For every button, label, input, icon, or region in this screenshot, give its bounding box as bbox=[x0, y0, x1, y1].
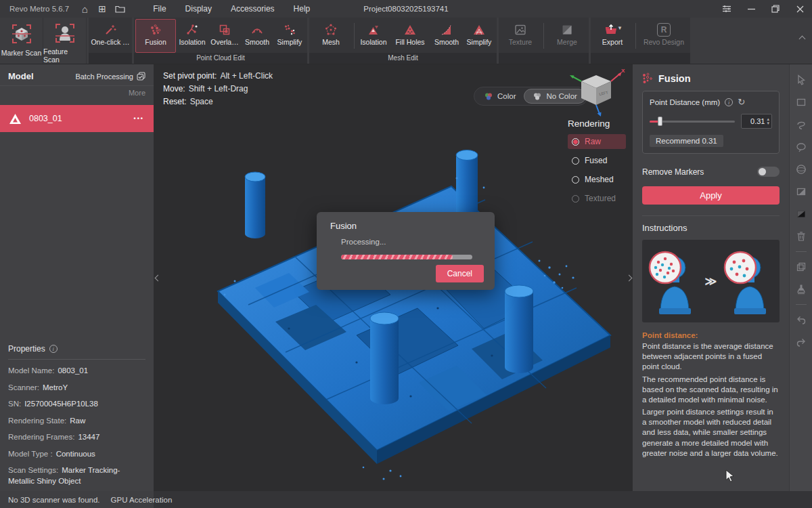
menubar: File Display Accessories Help bbox=[143, 0, 319, 18]
model-panel-title: Model bbox=[8, 71, 34, 81]
feature-scan-button[interactable]: Feature Scan bbox=[43, 18, 87, 64]
selection-tools-strip bbox=[789, 64, 812, 491]
apply-button[interactable]: Apply bbox=[642, 186, 780, 205]
open-folder-icon[interactable] bbox=[111, 1, 129, 16]
fill-holes-icon bbox=[403, 23, 417, 37]
menu-display[interactable]: Display bbox=[176, 0, 221, 18]
feature-scan-label: Feature Scan bbox=[43, 47, 86, 64]
rendering-option-fused[interactable]: Fused bbox=[568, 153, 626, 168]
sphere-select-icon[interactable] bbox=[792, 161, 810, 178]
export-group: ▾ Export R Revo Design bbox=[591, 18, 690, 64]
hint-reset: Reset:Space bbox=[163, 96, 273, 108]
revo-design-logo-icon: R bbox=[657, 23, 671, 37]
new-project-icon[interactable]: ⊞ bbox=[93, 1, 111, 16]
fill-holes-button[interactable]: Fill Holes bbox=[390, 19, 430, 53]
mesh-simplify-button[interactable]: Simplify bbox=[463, 19, 495, 53]
rect-select-icon[interactable] bbox=[792, 93, 810, 111]
view-options-icon[interactable] bbox=[715, 0, 739, 18]
prop-model-name: Model Name:0803_01 bbox=[8, 366, 145, 377]
chevron-up-icon bbox=[799, 36, 806, 43]
mesh-edit-label: Mesh Edit bbox=[309, 53, 497, 64]
redo-icon[interactable] bbox=[792, 333, 810, 351]
value-stepper[interactable]: ▴ ▾ bbox=[767, 117, 769, 125]
properties-section: Properties i Model Name:0803_01 Scanner:… bbox=[8, 344, 145, 503]
home-icon[interactable]: ⌂ bbox=[76, 1, 93, 16]
pointer-select-icon[interactable] bbox=[792, 71, 810, 89]
mesh-edit-group: Mesh Isolation Fill Holes bbox=[309, 18, 497, 64]
magic-wand-icon bbox=[104, 23, 117, 37]
project-title: Project08032025193741 bbox=[363, 5, 448, 13]
toolbar-collapse-button[interactable] bbox=[800, 37, 807, 43]
right-panel-collapse-handle[interactable] bbox=[625, 268, 633, 287]
menu-file[interactable]: File bbox=[143, 0, 175, 18]
menu-help[interactable]: Help bbox=[284, 0, 320, 18]
mesh-button[interactable]: Mesh bbox=[311, 19, 351, 53]
export-button[interactable]: ▾ Export bbox=[592, 19, 633, 53]
step-down-icon[interactable]: ▾ bbox=[767, 121, 769, 125]
lasso-select-icon[interactable] bbox=[792, 116, 810, 133]
ellipse-select-icon[interactable] bbox=[792, 138, 810, 156]
rendering-option-meshed[interactable]: Meshed bbox=[568, 172, 626, 187]
slider-thumb[interactable] bbox=[658, 117, 662, 126]
bust-after-image bbox=[722, 246, 775, 316]
point-distance-input[interactable]: 0.31 ▴ ▾ bbox=[741, 114, 772, 129]
reset-value-icon[interactable]: ↻ bbox=[738, 98, 745, 106]
minimize-button[interactable] bbox=[739, 0, 763, 18]
menu-accessories[interactable]: Accessories bbox=[221, 0, 284, 18]
undo-icon[interactable] bbox=[792, 311, 810, 329]
one-click-group: One-click … bbox=[89, 18, 132, 64]
texture-icon bbox=[514, 23, 527, 37]
point-distance-slider[interactable] bbox=[650, 117, 735, 126]
pc-isolation-button[interactable]: Isolation bbox=[176, 19, 208, 53]
pc-smooth-button[interactable]: Smooth bbox=[241, 19, 273, 53]
color-option[interactable]: Color bbox=[476, 89, 524, 104]
point-cloud-edit-group: Fusion Isolation Overl bbox=[134, 18, 307, 64]
gpu-status: GPU Acceleration bbox=[111, 496, 173, 504]
export-caret-icon: ▾ bbox=[618, 24, 622, 31]
texture-merge-group-label bbox=[499, 53, 589, 64]
close-button[interactable] bbox=[788, 0, 812, 18]
chevron-right-icon bbox=[625, 274, 632, 281]
stamp-icon[interactable] bbox=[792, 280, 810, 298]
hint-move: Move:Shift + Left-Drag bbox=[163, 83, 273, 96]
left-panel-collapse-handle[interactable] bbox=[154, 268, 162, 287]
fusion-button[interactable]: Fusion bbox=[135, 19, 176, 53]
remove-markers-toggle[interactable] bbox=[757, 167, 780, 177]
more-button[interactable]: More bbox=[0, 85, 154, 102]
marker-scan-button[interactable]: Marker Scan bbox=[0, 18, 43, 64]
select-visible-icon[interactable] bbox=[792, 205, 810, 223]
pc-simplify-button[interactable]: Simplify bbox=[273, 19, 306, 53]
properties-title: Properties bbox=[8, 344, 45, 354]
cancel-button[interactable]: Cancel bbox=[436, 265, 484, 282]
dialog-status: Processing... bbox=[317, 231, 495, 246]
point-distance-info-icon[interactable]: i bbox=[725, 98, 733, 106]
tip-heading: Point distance: bbox=[642, 331, 780, 339]
instructions-figure: ≫ bbox=[642, 240, 780, 322]
one-click-button[interactable]: One-click … bbox=[90, 19, 131, 53]
rendering-option-raw[interactable]: Raw bbox=[568, 134, 626, 149]
hint-pivot: Set pivot point:Alt + Left-Click bbox=[163, 70, 273, 83]
overlap-button[interactable]: Overla… bbox=[208, 19, 241, 53]
radio-icon bbox=[572, 176, 579, 184]
viewport-3d[interactable]: Set pivot point:Alt + Left-Click Move:Sh… bbox=[154, 64, 633, 491]
select-through-icon[interactable] bbox=[792, 183, 810, 200]
batch-processing-button[interactable]: Batch Processing bbox=[75, 72, 145, 81]
mesh-smooth-button[interactable]: Smooth bbox=[430, 19, 463, 53]
recommend-badge: Recommend 0.31 bbox=[650, 135, 723, 147]
mesh-isolation-button[interactable]: Isolation bbox=[357, 19, 390, 53]
model-list-item[interactable]: 0803_01 ••• bbox=[0, 105, 154, 132]
model-panel: Model Batch Processing More 0803_01 ••• … bbox=[0, 64, 154, 491]
instructions-section: Instructions ≫ bbox=[642, 215, 780, 459]
model-item-menu-icon[interactable]: ••• bbox=[134, 115, 144, 122]
radio-icon bbox=[572, 138, 579, 146]
point-cloud-edit-label: Point Cloud Edit bbox=[134, 53, 307, 64]
navigation-cube[interactable]: LEFT X bbox=[568, 67, 626, 117]
tip-paragraph-2: The recommended point distance is based … bbox=[642, 375, 780, 406]
restore-button[interactable] bbox=[763, 0, 788, 18]
delete-selection-icon[interactable] bbox=[792, 228, 810, 245]
divider bbox=[796, 304, 807, 305]
viewport-hints: Set pivot point:Alt + Left-Click Move:Sh… bbox=[163, 70, 273, 108]
duplicate-icon[interactable] bbox=[792, 258, 810, 276]
properties-info-icon[interactable]: i bbox=[49, 345, 58, 353]
feature-scan-icon bbox=[54, 21, 76, 45]
